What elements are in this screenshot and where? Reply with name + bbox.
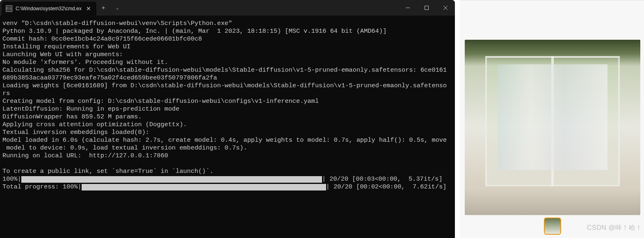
- maximize-button[interactable]: [417, 0, 436, 16]
- image-decoration: [551, 56, 554, 186]
- watermark-text: CSDN @咔！哈！: [587, 224, 642, 232]
- progress-suffix: | 20/20 [00:03<00:00, 5.37it/s]: [322, 175, 443, 183]
- titlebar[interactable]: C:\ C:\Windows\system32\cmd.ex ✕ ＋ ⌄: [0, 0, 455, 16]
- terminal-output[interactable]: venv "D:\csdn\stable-diffusion-webui\ven…: [0, 16, 455, 238]
- generated-image[interactable]: [465, 40, 640, 215]
- image-panel-inner: CSDN @咔！哈！: [460, 0, 644, 238]
- progress-bar-fill: [82, 184, 326, 190]
- progress-prefix: Total progress: 100%|: [2, 183, 82, 191]
- terminal-tab[interactable]: C:\ C:\Windows\system32\cmd.ex ✕: [2, 2, 96, 16]
- progress-line: 100%|| 20/20 [00:03<00:00, 5.37it/s]: [2, 175, 452, 183]
- progress-suffix: | 20/20 [00:02<00:00, 7.62it/s]: [326, 183, 447, 191]
- close-tab-icon[interactable]: ✕: [85, 5, 92, 12]
- tab-dropdown-icon[interactable]: ⌄: [110, 6, 124, 10]
- progress-bar-fill: [21, 176, 322, 183]
- close-window-button[interactable]: [436, 0, 455, 16]
- tab-title: C:\Windows\system32\cmd.ex: [16, 6, 82, 11]
- image-thumbnail[interactable]: [544, 218, 561, 235]
- terminal-window: C:\ C:\Windows\system32\cmd.ex ✕ ＋ ⌄: [0, 0, 455, 238]
- tab-actions: ＋ ⌄: [96, 0, 124, 16]
- minimize-button[interactable]: [398, 0, 417, 16]
- svg-rect-1: [425, 6, 429, 10]
- new-tab-button[interactable]: ＋: [96, 4, 110, 11]
- progress-prefix: 100%|: [2, 175, 21, 183]
- image-panel: CSDN @咔！哈！: [455, 0, 644, 238]
- window-controls: [398, 0, 455, 16]
- progress-line: Total progress: 100%|| 20/20 [00:02<00:0…: [2, 183, 452, 191]
- titlebar-drag-area[interactable]: [124, 0, 398, 16]
- cmd-icon: C:\: [6, 5, 12, 12]
- terminal-text: venv "D:\csdn\stable-diffusion-webui\ven…: [2, 20, 452, 175]
